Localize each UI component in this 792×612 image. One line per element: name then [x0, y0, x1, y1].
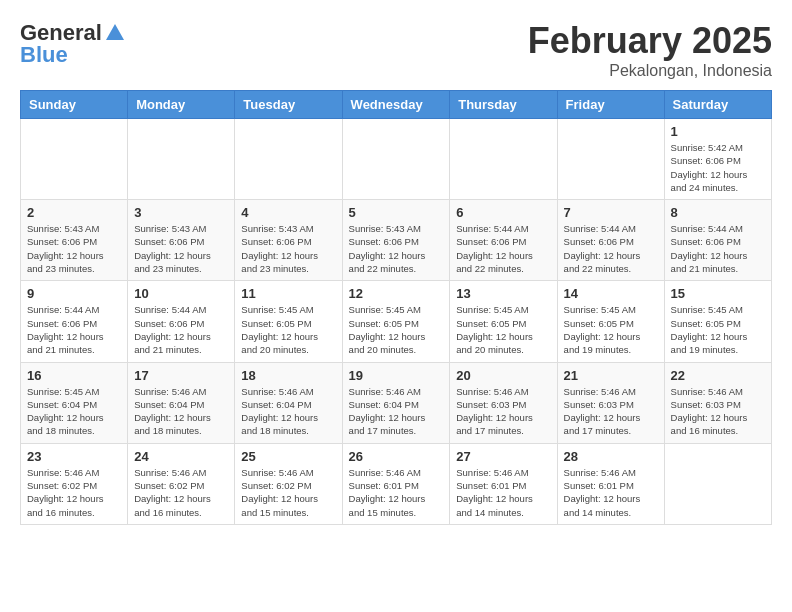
- table-row: [128, 119, 235, 200]
- table-row: 15Sunrise: 5:45 AM Sunset: 6:05 PM Dayli…: [664, 281, 771, 362]
- day-info: Sunrise: 5:44 AM Sunset: 6:06 PM Dayligh…: [564, 222, 658, 275]
- table-row: 9Sunrise: 5:44 AM Sunset: 6:06 PM Daylig…: [21, 281, 128, 362]
- day-number: 25: [241, 449, 335, 464]
- table-row: 25Sunrise: 5:46 AM Sunset: 6:02 PM Dayli…: [235, 443, 342, 524]
- day-info: Sunrise: 5:44 AM Sunset: 6:06 PM Dayligh…: [456, 222, 550, 275]
- day-number: 21: [564, 368, 658, 383]
- table-row: 20Sunrise: 5:46 AM Sunset: 6:03 PM Dayli…: [450, 362, 557, 443]
- day-number: 6: [456, 205, 550, 220]
- header-thursday: Thursday: [450, 91, 557, 119]
- table-row: 5Sunrise: 5:43 AM Sunset: 6:06 PM Daylig…: [342, 200, 450, 281]
- day-info: Sunrise: 5:46 AM Sunset: 6:01 PM Dayligh…: [349, 466, 444, 519]
- day-info: Sunrise: 5:46 AM Sunset: 6:02 PM Dayligh…: [27, 466, 121, 519]
- weekday-header-row: Sunday Monday Tuesday Wednesday Thursday…: [21, 91, 772, 119]
- table-row: 27Sunrise: 5:46 AM Sunset: 6:01 PM Dayli…: [450, 443, 557, 524]
- table-row: [235, 119, 342, 200]
- table-row: 13Sunrise: 5:45 AM Sunset: 6:05 PM Dayli…: [450, 281, 557, 362]
- day-info: Sunrise: 5:46 AM Sunset: 6:03 PM Dayligh…: [564, 385, 658, 438]
- header-tuesday: Tuesday: [235, 91, 342, 119]
- day-number: 19: [349, 368, 444, 383]
- table-row: 26Sunrise: 5:46 AM Sunset: 6:01 PM Dayli…: [342, 443, 450, 524]
- day-info: Sunrise: 5:46 AM Sunset: 6:02 PM Dayligh…: [241, 466, 335, 519]
- page-header: General Blue February 2025 Pekalongan, I…: [20, 20, 772, 80]
- location: Pekalongan, Indonesia: [528, 62, 772, 80]
- week-row-1: 2Sunrise: 5:43 AM Sunset: 6:06 PM Daylig…: [21, 200, 772, 281]
- svg-marker-0: [106, 24, 124, 40]
- table-row: 21Sunrise: 5:46 AM Sunset: 6:03 PM Dayli…: [557, 362, 664, 443]
- day-number: 4: [241, 205, 335, 220]
- logo-blue: Blue: [20, 42, 68, 68]
- week-row-2: 9Sunrise: 5:44 AM Sunset: 6:06 PM Daylig…: [21, 281, 772, 362]
- day-number: 8: [671, 205, 765, 220]
- day-number: 12: [349, 286, 444, 301]
- header-friday: Friday: [557, 91, 664, 119]
- day-info: Sunrise: 5:46 AM Sunset: 6:03 PM Dayligh…: [456, 385, 550, 438]
- logo: General Blue: [20, 20, 126, 68]
- day-info: Sunrise: 5:45 AM Sunset: 6:05 PM Dayligh…: [564, 303, 658, 356]
- header-monday: Monday: [128, 91, 235, 119]
- day-number: 2: [27, 205, 121, 220]
- table-row: 4Sunrise: 5:43 AM Sunset: 6:06 PM Daylig…: [235, 200, 342, 281]
- day-number: 11: [241, 286, 335, 301]
- day-info: Sunrise: 5:46 AM Sunset: 6:04 PM Dayligh…: [349, 385, 444, 438]
- header-sunday: Sunday: [21, 91, 128, 119]
- table-row: 10Sunrise: 5:44 AM Sunset: 6:06 PM Dayli…: [128, 281, 235, 362]
- day-info: Sunrise: 5:44 AM Sunset: 6:06 PM Dayligh…: [27, 303, 121, 356]
- table-row: 16Sunrise: 5:45 AM Sunset: 6:04 PM Dayli…: [21, 362, 128, 443]
- day-info: Sunrise: 5:43 AM Sunset: 6:06 PM Dayligh…: [349, 222, 444, 275]
- day-number: 9: [27, 286, 121, 301]
- day-info: Sunrise: 5:43 AM Sunset: 6:06 PM Dayligh…: [134, 222, 228, 275]
- table-row: 28Sunrise: 5:46 AM Sunset: 6:01 PM Dayli…: [557, 443, 664, 524]
- day-info: Sunrise: 5:44 AM Sunset: 6:06 PM Dayligh…: [134, 303, 228, 356]
- day-info: Sunrise: 5:45 AM Sunset: 6:05 PM Dayligh…: [349, 303, 444, 356]
- day-info: Sunrise: 5:46 AM Sunset: 6:03 PM Dayligh…: [671, 385, 765, 438]
- table-row: [21, 119, 128, 200]
- table-row: 12Sunrise: 5:45 AM Sunset: 6:05 PM Dayli…: [342, 281, 450, 362]
- day-info: Sunrise: 5:42 AM Sunset: 6:06 PM Dayligh…: [671, 141, 765, 194]
- day-number: 7: [564, 205, 658, 220]
- day-number: 3: [134, 205, 228, 220]
- table-row: 2Sunrise: 5:43 AM Sunset: 6:06 PM Daylig…: [21, 200, 128, 281]
- table-row: [664, 443, 771, 524]
- table-row: 14Sunrise: 5:45 AM Sunset: 6:05 PM Dayli…: [557, 281, 664, 362]
- day-info: Sunrise: 5:43 AM Sunset: 6:06 PM Dayligh…: [27, 222, 121, 275]
- table-row: 22Sunrise: 5:46 AM Sunset: 6:03 PM Dayli…: [664, 362, 771, 443]
- day-number: 22: [671, 368, 765, 383]
- day-info: Sunrise: 5:43 AM Sunset: 6:06 PM Dayligh…: [241, 222, 335, 275]
- day-info: Sunrise: 5:45 AM Sunset: 6:05 PM Dayligh…: [671, 303, 765, 356]
- day-number: 17: [134, 368, 228, 383]
- week-row-0: 1Sunrise: 5:42 AM Sunset: 6:06 PM Daylig…: [21, 119, 772, 200]
- month-year: February 2025: [528, 20, 772, 62]
- day-number: 23: [27, 449, 121, 464]
- table-row: 8Sunrise: 5:44 AM Sunset: 6:06 PM Daylig…: [664, 200, 771, 281]
- day-info: Sunrise: 5:45 AM Sunset: 6:05 PM Dayligh…: [456, 303, 550, 356]
- day-number: 28: [564, 449, 658, 464]
- header-saturday: Saturday: [664, 91, 771, 119]
- table-row: [450, 119, 557, 200]
- day-info: Sunrise: 5:45 AM Sunset: 6:05 PM Dayligh…: [241, 303, 335, 356]
- table-row: 19Sunrise: 5:46 AM Sunset: 6:04 PM Dayli…: [342, 362, 450, 443]
- day-info: Sunrise: 5:45 AM Sunset: 6:04 PM Dayligh…: [27, 385, 121, 438]
- table-row: [342, 119, 450, 200]
- day-number: 5: [349, 205, 444, 220]
- title-section: February 2025 Pekalongan, Indonesia: [528, 20, 772, 80]
- day-info: Sunrise: 5:46 AM Sunset: 6:04 PM Dayligh…: [134, 385, 228, 438]
- day-number: 24: [134, 449, 228, 464]
- week-row-4: 23Sunrise: 5:46 AM Sunset: 6:02 PM Dayli…: [21, 443, 772, 524]
- day-number: 13: [456, 286, 550, 301]
- table-row: 18Sunrise: 5:46 AM Sunset: 6:04 PM Dayli…: [235, 362, 342, 443]
- calendar: Sunday Monday Tuesday Wednesday Thursday…: [20, 90, 772, 525]
- day-info: Sunrise: 5:46 AM Sunset: 6:04 PM Dayligh…: [241, 385, 335, 438]
- day-number: 14: [564, 286, 658, 301]
- day-number: 27: [456, 449, 550, 464]
- day-info: Sunrise: 5:46 AM Sunset: 6:01 PM Dayligh…: [564, 466, 658, 519]
- table-row: 6Sunrise: 5:44 AM Sunset: 6:06 PM Daylig…: [450, 200, 557, 281]
- day-number: 10: [134, 286, 228, 301]
- day-number: 26: [349, 449, 444, 464]
- day-number: 16: [27, 368, 121, 383]
- day-number: 18: [241, 368, 335, 383]
- day-info: Sunrise: 5:46 AM Sunset: 6:01 PM Dayligh…: [456, 466, 550, 519]
- table-row: 11Sunrise: 5:45 AM Sunset: 6:05 PM Dayli…: [235, 281, 342, 362]
- table-row: 1Sunrise: 5:42 AM Sunset: 6:06 PM Daylig…: [664, 119, 771, 200]
- table-row: 17Sunrise: 5:46 AM Sunset: 6:04 PM Dayli…: [128, 362, 235, 443]
